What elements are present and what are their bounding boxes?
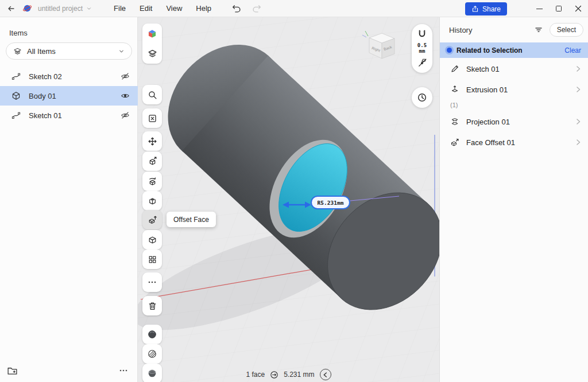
items-filter-value: All Items <box>27 47 113 56</box>
colored-cube-icon <box>147 29 157 39</box>
selection-statusbar: 1 face 5.231 mm <box>138 367 439 382</box>
sketch-pencil-icon <box>450 64 459 73</box>
delete-button[interactable] <box>142 296 162 315</box>
visibility-toggle[interactable] <box>121 111 130 120</box>
visibility-toggle[interactable] <box>121 91 130 100</box>
select-button[interactable]: Select <box>550 23 583 37</box>
appearance-solid-button[interactable] <box>142 325 162 344</box>
offset-face-icon <box>148 215 157 225</box>
redo-button[interactable] <box>249 1 264 16</box>
items-filter-dropdown[interactable]: All Items <box>6 42 132 60</box>
maximize-button[interactable] <box>549 0 568 17</box>
deselect-tool-button[interactable] <box>142 108 162 128</box>
layers-icon <box>148 49 157 59</box>
minimize-icon <box>536 9 543 9</box>
tooltip-label: Offset Face <box>173 216 209 224</box>
titlebar: untitled project File Edit View Help Sha… <box>0 0 588 17</box>
chevron-down-icon <box>118 48 125 54</box>
shell-tool-button[interactable] <box>142 230 162 250</box>
zoom-tool-button[interactable] <box>142 85 162 104</box>
item-row-body-01[interactable]: Body 01 <box>0 86 138 106</box>
sketch-icon <box>11 111 21 120</box>
snap-plane-button[interactable] <box>417 58 427 68</box>
menu-file[interactable]: File <box>107 0 133 17</box>
close-button[interactable] <box>568 0 588 17</box>
panel-more-button[interactable] <box>116 364 131 377</box>
history-panel: History Select Related to Selection Clea… <box>439 17 588 382</box>
view-tools-group <box>142 24 162 64</box>
minimize-button[interactable] <box>529 0 549 17</box>
share-icon <box>471 5 479 13</box>
window-controls <box>529 0 588 17</box>
sphere-hatched-icon <box>147 349 157 359</box>
extrusion-icon <box>450 85 459 94</box>
eye-off-icon <box>121 111 130 120</box>
chevron-left-icon <box>323 372 328 378</box>
ellipsis-icon <box>119 366 128 375</box>
rotate-tool-button[interactable] <box>142 171 162 191</box>
item-row-sketch-02[interactable]: Sketch 02 <box>0 67 138 86</box>
items-panel-footer <box>0 359 138 382</box>
visibility-toggle[interactable] <box>121 72 130 81</box>
face-offset-icon <box>450 138 459 147</box>
viewport-canvas[interactable]: R5.231mm Right Back <box>138 17 439 382</box>
chevron-right-icon <box>575 65 581 72</box>
menu-view[interactable]: View <box>159 0 189 17</box>
shaded-cube-icon <box>148 196 157 206</box>
collapse-status-button[interactable] <box>320 369 331 380</box>
body-icon <box>11 91 21 100</box>
plane-axis-icon <box>417 58 427 68</box>
appearance-wireframe-button[interactable] <box>142 344 162 364</box>
design-view-button[interactable] <box>147 29 157 39</box>
sphere-solid-icon <box>147 329 157 340</box>
scale-cube-icon <box>148 157 157 166</box>
history-filter-button[interactable] <box>531 22 546 37</box>
share-button[interactable]: Share <box>465 2 507 15</box>
back-button[interactable] <box>3 1 18 16</box>
sphere-material-icon <box>147 368 157 379</box>
history-title: History <box>449 26 528 34</box>
pattern-tool-button[interactable] <box>142 250 162 269</box>
menubar: File Edit View Help <box>107 0 218 17</box>
item-row-sketch-01[interactable]: Sketch 01 <box>0 106 138 125</box>
project-name-button[interactable]: untitled project <box>38 5 92 13</box>
project-name: untitled project <box>38 5 83 13</box>
undo-button[interactable] <box>229 1 243 16</box>
projection-icon <box>450 117 459 126</box>
clear-selection-link[interactable]: Clear <box>564 46 581 54</box>
maximize-icon <box>556 6 562 11</box>
ellipsis-icon <box>148 278 157 287</box>
snap-magnet-button[interactable] <box>417 29 427 39</box>
related-to-selection-row[interactable]: Related to Selection Clear <box>440 42 588 58</box>
layers-view-button[interactable] <box>148 49 157 59</box>
snap-increment-value[interactable]: 0.5 mm <box>417 42 427 54</box>
menu-edit[interactable]: Edit <box>133 0 159 17</box>
more-tools-button[interactable] <box>142 272 162 292</box>
offset-face-tool-button[interactable] <box>142 210 162 229</box>
chevron-right-icon <box>575 139 581 146</box>
history-group-count: (1) <box>440 99 588 111</box>
snap-toolbar: 0.5 mm <box>412 24 432 73</box>
offset-distance-icon <box>270 371 278 379</box>
magnet-icon <box>417 29 427 39</box>
history-item-label: Projection 01 <box>466 118 568 126</box>
new-folder-button[interactable] <box>7 365 18 376</box>
history-item-label: Face Offset 01 <box>466 138 568 147</box>
back-arrow-icon <box>6 4 16 13</box>
history-item-face-offset-01[interactable]: Face Offset 01 <box>440 132 588 152</box>
history-item-sketch-01[interactable]: Sketch 01 <box>440 59 588 79</box>
history-toggle-button[interactable] <box>412 87 432 108</box>
dimension-value: R5.231mm <box>318 200 344 206</box>
appearance-material-button[interactable] <box>142 364 162 382</box>
scale-tool-button[interactable] <box>142 151 162 171</box>
chevron-down-icon <box>86 6 92 11</box>
menu-help[interactable]: Help <box>189 0 218 17</box>
items-list: Sketch 02 Body 01 Sketch 01 <box>0 67 138 125</box>
app-logo-icon[interactable] <box>20 1 34 16</box>
move-tool-button[interactable] <box>142 131 162 151</box>
history-item-projection-01[interactable]: Projection 01 <box>440 112 588 131</box>
history-item-extrusion-01[interactable]: Extrusion 01 <box>440 80 588 99</box>
undo-icon <box>231 3 241 13</box>
move-icon <box>148 137 157 146</box>
draft-tool-button[interactable] <box>142 191 162 211</box>
